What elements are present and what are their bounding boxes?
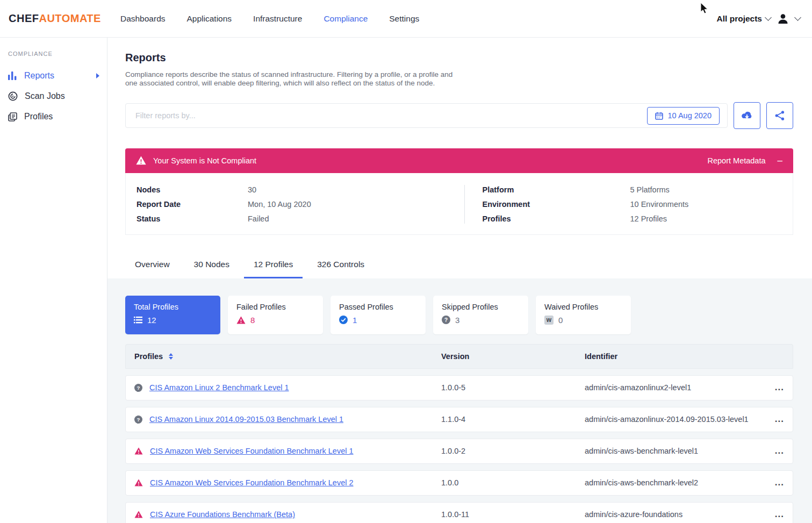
row-menu-ellipsis[interactable]: ... [775, 417, 784, 422]
row-menu-ellipsis[interactable]: ... [775, 385, 784, 390]
meta-value: 10 Environments [630, 199, 689, 209]
svg-text:?: ? [136, 417, 140, 422]
sort-toggle-icon[interactable] [169, 353, 173, 360]
compliance-sidebar: COMPLIANCE Reports Scan Jobs Profiles [0, 38, 107, 523]
waived-w-icon: w [544, 316, 554, 325]
row-menu-ellipsis[interactable]: ... [775, 480, 784, 485]
nav-applications[interactable]: Applications [187, 14, 232, 24]
meta-label: Environment [483, 199, 630, 209]
nav-dashboards[interactable]: Dashboards [120, 14, 166, 24]
logo-automate: AUTOMATE [39, 12, 100, 24]
profile-version: 1.0.0-11 [441, 510, 585, 519]
card-value: 12 [147, 316, 156, 325]
calendar-icon [655, 112, 663, 120]
profile-link[interactable]: CIS Azure Foundations Benchmark (Beta) [150, 510, 295, 519]
sidebar-section-label: COMPLIANCE [8, 51, 107, 57]
card-label: Passed Profiles [339, 303, 417, 311]
profile-version: 1.0.0-2 [441, 447, 585, 455]
banner-message: Your System is Not Compliant [153, 156, 256, 165]
projects-filter-label: All projects [717, 14, 762, 24]
projects-filter-dropdown[interactable]: All projects [717, 14, 771, 24]
sidebar-item-scan-jobs[interactable]: Scan Jobs [8, 86, 107, 106]
question-circle-icon: ? [134, 384, 142, 392]
profile-identifier: admin/cis-amazonlinux2-level1 [585, 383, 759, 392]
compliance-status-banner: Your System is Not Compliant Report Meta… [125, 148, 793, 173]
svg-text:?: ? [444, 317, 448, 323]
meta-label: Nodes [136, 185, 248, 195]
card-failed-profiles[interactable]: Failed Profiles 8 [228, 296, 323, 334]
nav-settings[interactable]: Settings [389, 14, 419, 24]
meta-value: 30 [248, 185, 256, 195]
bar-chart-icon [8, 71, 17, 80]
row-menu-ellipsis[interactable]: ... [775, 512, 784, 517]
row-menu-ellipsis[interactable]: ... [775, 448, 784, 454]
profiles-table-header: Profiles Version Identifier [125, 344, 793, 369]
profile-link[interactable]: CIS Amazon Web Services Foundation Bench… [150, 478, 354, 487]
report-metadata-toggle-label[interactable]: Report Metadata [708, 156, 766, 165]
chevron-down-icon [765, 14, 772, 21]
meta-label: Report Date [136, 199, 248, 209]
meta-label: Status [136, 214, 248, 224]
profile-identifier: admin/cis-azure-foundations [585, 510, 759, 519]
warning-triangle-icon [134, 511, 143, 518]
sidebar-item-profiles[interactable]: Profiles [8, 106, 107, 127]
nav-compliance[interactable]: Compliance [324, 14, 368, 24]
profile-version: 1.0.0 [441, 478, 585, 487]
chevron-down-icon[interactable] [794, 14, 801, 21]
download-report-button[interactable] [734, 102, 760, 129]
tab-controls[interactable]: 326 Controls [307, 260, 374, 278]
card-total-profiles[interactable]: Total Profiles 12 [125, 296, 220, 334]
profile-link[interactable]: CIS Amazon Linux 2014.09-2015.03 Benchma… [149, 415, 343, 424]
top-nav: CHEFAUTOMATE Dashboards Applications Inf… [0, 0, 812, 38]
card-label: Skipped Profiles [442, 303, 520, 311]
main-nav: Dashboards Applications Infrastructure C… [120, 14, 419, 24]
meta-nodes: Nodes 30 [136, 185, 464, 195]
user-menu[interactable] [776, 12, 790, 26]
filter-reports-input[interactable] [125, 103, 728, 128]
meta-value: 5 Platforms [630, 185, 670, 195]
top-nav-right: All projects [717, 12, 800, 26]
meta-profiles: Profiles 12 Profiles [483, 214, 793, 224]
card-value: 1 [353, 316, 357, 325]
profile-identifier: admin/cis-aws-benchmark-level2 [585, 478, 759, 487]
warning-triangle-icon [136, 156, 146, 165]
share-icon [774, 110, 785, 121]
profiles-section: Total Profiles 12 Failed Profiles 8 Pass… [107, 278, 812, 523]
card-label: Failed Profiles [236, 303, 314, 311]
card-waived-profiles[interactable]: Waived Profiles w 0 [536, 296, 631, 334]
filter-bar: 10 Aug 2020 [125, 102, 793, 129]
nav-infrastructure[interactable]: Infrastructure [253, 14, 302, 24]
card-passed-profiles[interactable]: Passed Profiles 1 [330, 296, 426, 334]
main-content: Reports Compliance reports describe the … [107, 38, 812, 523]
card-label: Waived Profiles [544, 303, 622, 311]
card-value: 3 [455, 316, 459, 325]
meta-value: Failed [248, 214, 269, 224]
table-row: CIS Amazon Web Services Foundation Bench… [125, 439, 793, 464]
report-tabs: Overview 30 Nodes 12 Profiles 326 Contro… [125, 260, 793, 278]
card-label: Total Profiles [134, 303, 212, 311]
sidebar-item-label: Scan Jobs [25, 91, 65, 101]
collapse-minus-icon[interactable]: – [778, 156, 782, 165]
svg-text:?: ? [136, 385, 140, 391]
question-circle-icon: ? [134, 415, 142, 424]
profile-link[interactable]: CIS Amazon Web Services Foundation Bench… [150, 447, 354, 455]
tab-nodes[interactable]: 30 Nodes [184, 260, 239, 278]
tab-profiles[interactable]: 12 Profiles [244, 260, 303, 278]
sidebar-item-label: Profiles [24, 112, 53, 121]
sidebar-item-label: Reports [24, 71, 54, 81]
column-header-version: Version [441, 352, 585, 361]
page-description: Compliance reports describe the status o… [125, 70, 456, 88]
report-date-picker-button[interactable]: 10 Aug 2020 [647, 107, 720, 125]
share-report-button[interactable] [766, 102, 793, 129]
sidebar-item-reports[interactable]: Reports [8, 66, 107, 86]
chef-automate-logo[interactable]: CHEFAUTOMATE [9, 12, 101, 25]
profiles-table: Profiles Version Identifier ? CIS Amazon… [125, 344, 793, 523]
tab-overview[interactable]: Overview [125, 260, 179, 278]
profile-version: 1.0.0-5 [441, 383, 585, 392]
profile-link[interactable]: CIS Amazon Linux 2 Benchmark Level 1 [149, 383, 289, 392]
table-row: CIS Amazon Web Services Foundation Bench… [125, 470, 793, 496]
card-skipped-profiles[interactable]: Skipped Profiles ? 3 [433, 296, 528, 334]
table-row: CIS Azure Foundations Benchmark (Beta) 1… [125, 502, 793, 523]
logo-chef: CHEF [9, 12, 39, 24]
profile-identifier: admin/cis-aws-benchmark-level1 [585, 447, 759, 455]
